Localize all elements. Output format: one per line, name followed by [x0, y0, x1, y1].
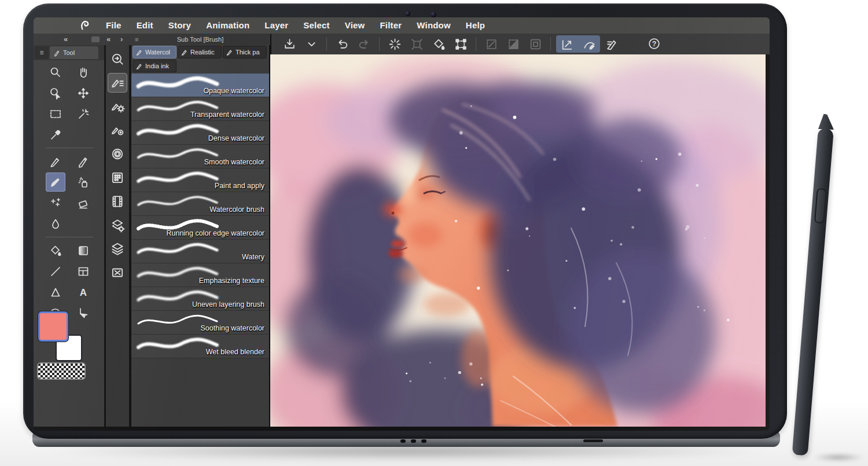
- brush-list: Opaque watercolorTransparent watercolorD…: [131, 74, 269, 358]
- menu-item-layer[interactable]: Layer: [257, 17, 296, 34]
- menu-item-filter[interactable]: Filter: [372, 17, 409, 34]
- dock-color-set[interactable]: [108, 168, 127, 188]
- tool-eyedropper[interactable]: [46, 125, 65, 144]
- menu-item-view[interactable]: View: [337, 17, 373, 34]
- tool-blend[interactable]: [46, 214, 65, 233]
- command-chevron-down[interactable]: [300, 35, 322, 53]
- menu-item-story[interactable]: Story: [161, 17, 198, 34]
- line-icon: [49, 265, 62, 278]
- command-scale-rotate[interactable]: [450, 35, 472, 53]
- brush-item-wet-bleed-blender[interactable]: Wet bleed blender: [131, 335, 269, 358]
- dock-layer-property[interactable]: [108, 215, 127, 235]
- tool-auto-select[interactable]: [73, 104, 93, 123]
- brush-item-watercolor-brush[interactable]: Watercolor brush: [131, 192, 269, 216]
- canvas[interactable]: [270, 54, 766, 427]
- tool-text[interactable]: A: [73, 282, 93, 302]
- layer-property-icon: [110, 218, 125, 233]
- command-selection-border[interactable]: [524, 35, 546, 53]
- tool-hand[interactable]: [73, 63, 93, 82]
- tool-eraser[interactable]: [73, 193, 93, 212]
- tool-gradient[interactable]: [73, 241, 93, 260]
- tool-frame-border[interactable]: [73, 262, 93, 281]
- tool-tab-label: Tool: [63, 49, 75, 56]
- brush-item-opaque-watercolor[interactable]: Opaque watercolor: [131, 74, 269, 97]
- auto-select-icon: [76, 107, 90, 121]
- collapse-dock-icon[interactable]: «: [106, 34, 111, 45]
- tool-airbrush[interactable]: [73, 173, 93, 192]
- menu-item-window[interactable]: Window: [409, 17, 458, 34]
- fill-icon: [49, 244, 62, 258]
- menu-item-animation[interactable]: Animation: [198, 17, 257, 34]
- dock-timeline[interactable]: [108, 192, 127, 211]
- pogo-pin: [400, 439, 406, 443]
- panel-menu-icon[interactable]: ≡: [35, 46, 49, 59]
- fill-icon: [432, 37, 446, 52]
- menu-item-file[interactable]: File: [98, 17, 129, 34]
- brush-item-label: Watery: [242, 253, 264, 261]
- dock-navigator[interactable]: [108, 263, 127, 282]
- brush-item-uneven-layering-brush[interactable]: Uneven layering brush: [131, 287, 269, 311]
- command-snap-to-grid[interactable]: [601, 35, 623, 53]
- menu-item-select[interactable]: Select: [296, 17, 337, 34]
- subtool-tab-realistic[interactable]: Realistic: [178, 46, 222, 58]
- dock-tool-property[interactable]: [108, 97, 127, 116]
- menu-item-help[interactable]: Help: [458, 17, 492, 34]
- tool-flow-arrow[interactable]: [73, 303, 93, 322]
- tool-operation[interactable]: [46, 83, 65, 102]
- dock-quick-zoom[interactable]: [108, 49, 127, 69]
- subtool-tab-thick-pa[interactable]: Thick pa: [223, 46, 267, 58]
- tool-fill[interactable]: [46, 241, 65, 260]
- dock-sub-tool[interactable]: [108, 73, 127, 93]
- save-icon: [282, 37, 297, 52]
- subtool-tab-india-ink[interactable]: India ink: [133, 60, 176, 72]
- brush-item-transparent-watercolor[interactable]: Transparent watercolor: [131, 97, 269, 121]
- brush-item-dense-watercolor[interactable]: Dense watercolor: [131, 121, 269, 145]
- command-redo[interactable]: [353, 35, 375, 53]
- clip-studio-paint-logo-icon[interactable]: [79, 19, 94, 32]
- tool-selection-marquee[interactable]: [46, 104, 65, 123]
- tool-decoration[interactable]: [46, 193, 65, 212]
- brush-item-running-color-edge-watercolor[interactable]: Running color edge watercolor: [131, 216, 269, 240]
- brush-item-label: Transparent watercolor: [190, 111, 264, 119]
- tool-pencil[interactable]: [73, 152, 93, 171]
- tab-tool[interactable]: Tool: [50, 46, 98, 59]
- tool-pen[interactable]: [46, 152, 65, 171]
- tool-line[interactable]: [46, 262, 65, 281]
- brush-item-watery[interactable]: Watery: [131, 240, 269, 263]
- command-snap-to-special-ruler[interactable]: [578, 35, 600, 53]
- brush-item-emphasizing-texture[interactable]: Emphasizing texture: [131, 263, 269, 287]
- subtool-menu-icon[interactable]: ≡: [135, 34, 138, 45]
- dock-color-wheel[interactable]: [108, 144, 127, 164]
- command-undo[interactable]: [331, 35, 353, 53]
- tool-move[interactable]: [73, 83, 93, 102]
- navigator-icon: [110, 265, 125, 280]
- command-snap-to-ruler[interactable]: [556, 35, 578, 53]
- dock-brush-size[interactable]: [108, 120, 127, 140]
- command-help[interactable]: ?: [643, 35, 665, 53]
- tool-figure[interactable]: [46, 282, 65, 302]
- brush-item-soothing-watercolor[interactable]: Soothing watercolor: [131, 311, 269, 335]
- dock-drag-handle[interactable]: [91, 36, 100, 42]
- command-clear-outside-selection[interactable]: [406, 35, 428, 53]
- command-invert-selection[interactable]: [502, 35, 524, 53]
- timeline-icon: [110, 194, 125, 209]
- brush-item-paint-and-apply[interactable]: Paint and apply: [131, 168, 269, 192]
- command-fill[interactable]: [428, 35, 450, 53]
- subtool-tab-watercol[interactable]: Watercol: [133, 46, 176, 58]
- command-clear[interactable]: [384, 35, 406, 53]
- tool-brush[interactable]: [46, 173, 65, 192]
- menu-bar: FileEditStoryAnimationLayerSelectViewFil…: [34, 17, 770, 34]
- brush-item-smooth-watercolor[interactable]: Smooth watercolor: [131, 145, 269, 168]
- transparent-color-swatch[interactable]: [37, 362, 86, 380]
- pogo-pin: [421, 439, 426, 443]
- dock-layers[interactable]: [108, 239, 127, 259]
- foreground-color-swatch[interactable]: [38, 311, 68, 342]
- menu-item-edit[interactable]: Edit: [129, 17, 161, 34]
- brush-stroke-preview: [135, 170, 222, 187]
- command-deselect[interactable]: [480, 35, 502, 53]
- expand-dock-icon[interactable]: ›: [120, 34, 123, 45]
- collapse-left-dock-icon[interactable]: «: [64, 34, 68, 45]
- svg-text:A: A: [80, 287, 87, 298]
- command-save[interactable]: [278, 35, 300, 53]
- tool-zoom[interactable]: [46, 63, 65, 82]
